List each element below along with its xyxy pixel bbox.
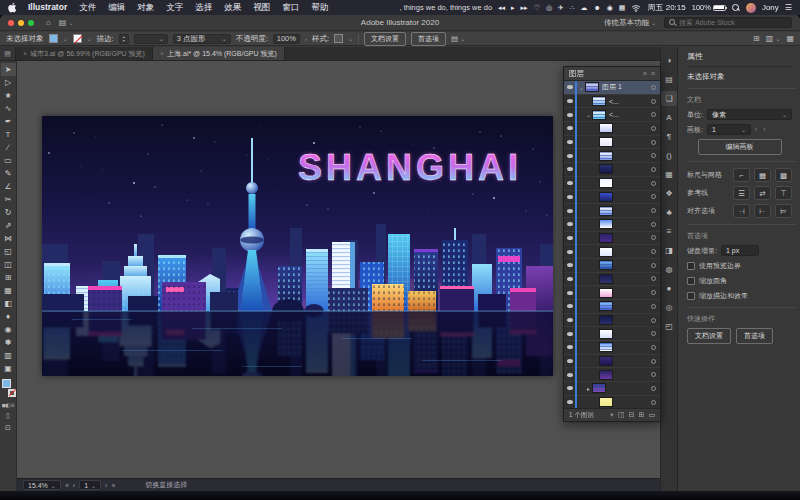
expand-arrow-icon[interactable]: ▸ [585, 385, 592, 392]
layer-target-icon[interactable] [651, 359, 656, 364]
scissors-tool[interactable]: ✂ [1, 193, 16, 206]
layer-target-icon[interactable] [651, 318, 656, 323]
layer-row-1[interactable]: ⌄图层 1 [564, 81, 660, 95]
layer-row-9[interactable] [564, 191, 660, 205]
scale-tool[interactable]: ⇗ [1, 219, 16, 232]
opentype-panel-icon[interactable]: () [661, 148, 677, 163]
visibility-eye-icon[interactable] [567, 99, 573, 103]
checkbox[interactable] [687, 262, 695, 270]
stroke-swatch[interactable] [73, 34, 82, 43]
layer-target-icon[interactable] [651, 386, 656, 391]
workspace-panel-icon[interactable]: ▥ ⌄ [766, 34, 781, 43]
zoom-window-button[interactable] [28, 20, 34, 26]
panel-menu-icon[interactable]: ≡ [651, 70, 655, 77]
visibility-eye-icon[interactable] [567, 154, 573, 158]
menu-item-5[interactable]: 选择 [189, 2, 218, 14]
layer-target-icon[interactable] [651, 208, 656, 213]
menu-item-8[interactable]: 窗口 [276, 2, 305, 14]
layer-row-7[interactable] [564, 163, 660, 177]
checkbox[interactable] [687, 292, 695, 300]
magic-wand-tool[interactable]: ★ [1, 89, 16, 102]
keyboard-increment-input[interactable]: 1 px [721, 245, 759, 256]
ruler-grid-icon-3[interactable]: ▩ [775, 168, 792, 182]
minimize-window-button[interactable] [18, 20, 24, 26]
guides-icon-1[interactable]: ☰ [733, 186, 750, 200]
layer-row-22[interactable] [564, 368, 660, 382]
menu-item-1[interactable]: 文件 [73, 2, 102, 14]
document-tab-2[interactable]: ×上海.ai* @ 15.4% (RGB/GPU 预览) [153, 47, 285, 60]
edit-artboards-button[interactable]: 编辑画板 [698, 139, 782, 155]
layer-target-icon[interactable] [651, 249, 656, 254]
battery-indicator[interactable]: 100% [692, 3, 726, 12]
layer-row-12[interactable] [564, 232, 660, 246]
layer-target-icon[interactable] [651, 153, 656, 158]
menu-item-2[interactable]: 编辑 [102, 2, 131, 14]
guides-icon-3[interactable]: ⊤ [775, 186, 792, 200]
none-mode-icon[interactable]: ⊘ [10, 402, 14, 408]
last-artboard-icon[interactable]: » [111, 482, 115, 489]
color-panel-icon[interactable]: ◑ [661, 53, 677, 68]
paragraph-panel-icon[interactable]: ¶ [661, 129, 677, 144]
layer-row-2[interactable]: <... [564, 95, 660, 109]
cloud-icon[interactable]: ☁ [580, 0, 587, 15]
stroke-weight-field[interactable]: ▴▾ [119, 34, 129, 44]
character-panel-icon[interactable]: A [661, 110, 677, 125]
panels-icon[interactable]: ▦ [786, 34, 794, 43]
artboard-prev-next-icons[interactable]: ‹ › [755, 126, 768, 133]
layer-row-8[interactable] [564, 177, 660, 191]
symbols-panel-icon[interactable]: ♣ [661, 205, 677, 220]
stock-search-box[interactable] [664, 17, 792, 28]
document-tab-1[interactable]: ×城市3.ai @ 56.99% (RGB/GPU 预览) [16, 47, 153, 60]
stock-search-input[interactable] [679, 19, 787, 26]
visibility-eye-icon[interactable] [567, 209, 573, 213]
layer-target-icon[interactable] [651, 85, 656, 90]
layer-target-icon[interactable] [651, 222, 656, 227]
mesh-tool[interactable]: ▦ [1, 284, 16, 297]
visibility-eye-icon[interactable] [567, 277, 573, 281]
tab-close-icon[interactable]: × [23, 50, 27, 57]
visibility-eye-icon[interactable] [567, 291, 573, 295]
visibility-eye-icon[interactable] [567, 359, 573, 363]
new-sublayer-icon[interactable]: ⊟ [629, 411, 635, 419]
clipping-mask-icon[interactable]: ◫ [618, 411, 625, 419]
layer-target-icon[interactable] [651, 126, 656, 131]
visibility-eye-icon[interactable] [567, 318, 573, 322]
pen-tool[interactable]: ✒ [1, 115, 16, 128]
menu-item-6[interactable]: 效果 [218, 2, 247, 14]
graphic-styles-panel-icon[interactable]: ◎ [661, 300, 677, 315]
layer-row-21[interactable] [564, 355, 660, 369]
layer-row-6[interactable] [564, 149, 660, 163]
layer-row-13[interactable] [564, 245, 660, 259]
menu-item-9[interactable]: 帮助 [305, 2, 334, 14]
layer-target-icon[interactable] [651, 372, 656, 377]
shape-builder-tool[interactable]: ◫ [1, 258, 16, 271]
symbol-sprayer-tool[interactable]: ✱ [1, 336, 16, 349]
blend-tool[interactable]: ◉ [1, 323, 16, 336]
workspace-switcher[interactable]: 传统基本功能 ⌄ [604, 18, 656, 28]
visibility-eye-icon[interactable] [567, 263, 573, 267]
layer-row-10[interactable] [564, 204, 660, 218]
menu-item-3[interactable]: 对象 [131, 2, 160, 14]
visibility-eye-icon[interactable] [567, 373, 573, 377]
rewind-icon[interactable]: ◂◂ [498, 0, 505, 15]
visibility-eye-icon[interactable] [567, 400, 573, 404]
perspective-grid-tool[interactable]: ⊞ [1, 271, 16, 284]
checkbox[interactable] [687, 277, 695, 285]
appearance-panel-icon[interactable]: ● [661, 281, 677, 296]
artboard-tool[interactable]: ▣ [1, 362, 16, 375]
visibility-eye-icon[interactable] [567, 85, 573, 89]
ruler-grid-icon-1[interactable]: ⌐ [733, 168, 750, 182]
circle-icon[interactable]: ◎ [546, 0, 552, 15]
user-avatar[interactable] [746, 3, 756, 13]
fill-stroke-widget[interactable] [1, 379, 16, 399]
fill-swatch[interactable] [49, 34, 58, 43]
visibility-eye-icon[interactable] [567, 126, 573, 130]
layer-row-4[interactable] [564, 122, 660, 136]
tab-layers[interactable]: 图层 [569, 69, 584, 79]
stroke-panel-icon[interactable]: ≡ [661, 224, 677, 239]
guides-icon-2[interactable]: ⇄ [754, 186, 771, 200]
visibility-eye-icon[interactable] [567, 140, 573, 144]
selection-tool[interactable]: ➤ [1, 63, 16, 76]
first-artboard-icon[interactable]: « [65, 482, 69, 489]
tab-properties[interactable]: 属性 [687, 51, 792, 67]
